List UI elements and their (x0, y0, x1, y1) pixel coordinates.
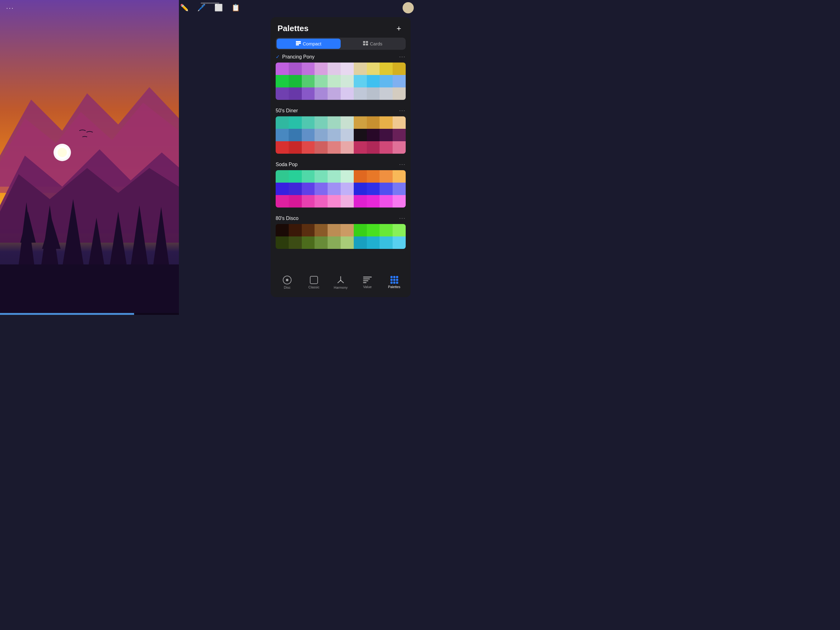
color-swatch[interactable] (314, 183, 328, 195)
color-swatch[interactable] (314, 129, 328, 141)
color-swatch[interactable] (341, 237, 354, 249)
color-swatch[interactable] (379, 75, 393, 87)
color-swatch[interactable] (354, 170, 367, 183)
color-swatch[interactable] (354, 183, 367, 195)
color-swatch[interactable] (302, 170, 315, 183)
color-swatch[interactable] (341, 195, 354, 207)
color-swatch[interactable] (302, 183, 315, 195)
color-swatch[interactable] (328, 237, 341, 249)
tab-compact[interactable]: Compact (276, 39, 341, 49)
color-swatch[interactable] (393, 224, 406, 237)
color-swatch[interactable] (314, 237, 328, 249)
color-swatch[interactable] (302, 195, 315, 207)
color-swatch[interactable] (328, 195, 341, 207)
palette-more-button-soda-pop[interactable]: ··· (399, 161, 406, 168)
nav-item-classic[interactable]: Classic (300, 276, 327, 289)
color-swatch[interactable] (314, 87, 328, 100)
color-swatch[interactable] (328, 170, 341, 183)
more-options-icon[interactable]: ··· (6, 4, 14, 11)
nav-item-harmony[interactable]: Harmony (327, 276, 354, 289)
color-swatch[interactable] (289, 141, 302, 154)
color-swatch[interactable] (379, 129, 393, 141)
color-swatch[interactable] (367, 237, 380, 249)
color-swatch[interactable] (379, 141, 393, 154)
color-swatch[interactable] (367, 195, 380, 207)
color-swatch[interactable] (276, 116, 289, 129)
nav-item-value[interactable]: Value (354, 276, 381, 289)
color-swatch[interactable] (341, 75, 354, 87)
nav-item-disc[interactable]: Disc (274, 276, 300, 289)
color-swatch[interactable] (379, 237, 393, 249)
color-swatch[interactable] (354, 63, 367, 75)
color-swatch[interactable] (302, 129, 315, 141)
user-avatar[interactable] (403, 2, 414, 13)
color-swatch[interactable] (367, 183, 380, 195)
color-swatch[interactable] (328, 224, 341, 237)
color-swatch[interactable] (393, 87, 406, 100)
color-swatch[interactable] (367, 75, 380, 87)
color-swatch[interactable] (302, 116, 315, 129)
color-swatch[interactable] (393, 195, 406, 207)
color-swatch[interactable] (289, 183, 302, 195)
color-swatch[interactable] (341, 87, 354, 100)
color-swatch[interactable] (276, 141, 289, 154)
color-swatch[interactable] (341, 63, 354, 75)
color-swatch[interactable] (341, 141, 354, 154)
color-swatch[interactable] (354, 129, 367, 141)
color-swatch[interactable] (341, 170, 354, 183)
palette-list[interactable]: ✓ Prancing Pony ··· (271, 54, 411, 297)
color-swatch[interactable] (341, 116, 354, 129)
color-swatch[interactable] (276, 170, 289, 183)
color-swatch[interactable] (314, 75, 328, 87)
color-swatch[interactable] (379, 224, 393, 237)
color-swatch[interactable] (289, 237, 302, 249)
color-swatch[interactable] (276, 87, 289, 100)
color-swatch[interactable] (354, 141, 367, 154)
color-swatch[interactable] (302, 237, 315, 249)
color-swatch[interactable] (379, 63, 393, 75)
color-swatch[interactable] (314, 170, 328, 183)
color-swatch[interactable] (328, 141, 341, 154)
color-swatch[interactable] (354, 87, 367, 100)
color-swatch[interactable] (367, 63, 380, 75)
color-swatch[interactable] (276, 183, 289, 195)
color-swatch[interactable] (341, 224, 354, 237)
palette-more-button-prancing-pony[interactable]: ··· (399, 54, 406, 60)
color-swatch[interactable] (379, 87, 393, 100)
color-swatch[interactable] (341, 183, 354, 195)
palette-more-button-80s-disco[interactable]: ··· (399, 215, 406, 221)
color-swatch[interactable] (302, 224, 315, 237)
color-swatch[interactable] (328, 183, 341, 195)
color-swatch[interactable] (302, 141, 315, 154)
color-swatch[interactable] (341, 129, 354, 141)
nav-item-palettes[interactable]: Palettes (381, 276, 407, 289)
color-swatch[interactable] (393, 129, 406, 141)
color-swatch[interactable] (328, 129, 341, 141)
tab-cards[interactable]: Cards (341, 39, 405, 49)
color-swatch[interactable] (276, 195, 289, 207)
color-swatch[interactable] (367, 170, 380, 183)
color-swatch[interactable] (367, 116, 380, 129)
color-swatch[interactable] (289, 224, 302, 237)
color-swatch[interactable] (367, 87, 380, 100)
color-swatch[interactable] (367, 141, 380, 154)
color-swatch[interactable] (314, 195, 328, 207)
pencil-tool-icon[interactable]: ✏️ (180, 4, 188, 12)
color-swatch[interactable] (379, 116, 393, 129)
add-palette-button[interactable]: + (394, 23, 404, 33)
color-swatch[interactable] (354, 195, 367, 207)
palette-more-button-50s-diner[interactable]: ··· (399, 107, 406, 114)
color-swatch[interactable] (276, 224, 289, 237)
color-swatch[interactable] (393, 141, 406, 154)
color-swatch[interactable] (393, 75, 406, 87)
color-swatch[interactable] (393, 183, 406, 195)
pen-tool-icon[interactable]: 🖊️ (197, 4, 206, 12)
color-swatch[interactable] (379, 170, 393, 183)
color-swatch[interactable] (302, 75, 315, 87)
color-swatch[interactable] (289, 75, 302, 87)
color-swatch[interactable] (328, 87, 341, 100)
color-swatch[interactable] (314, 224, 328, 237)
color-swatch[interactable] (354, 75, 367, 87)
color-swatch[interactable] (328, 75, 341, 87)
color-swatch[interactable] (276, 75, 289, 87)
